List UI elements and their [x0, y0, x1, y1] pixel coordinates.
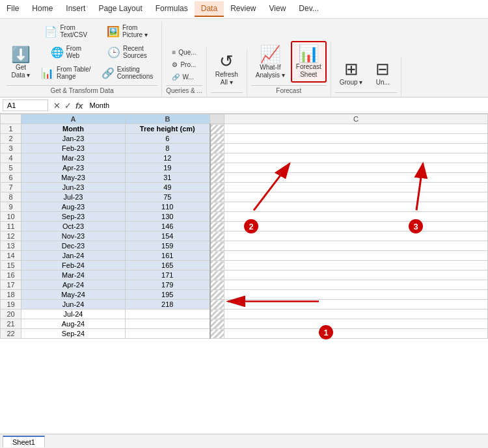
cell-c[interactable]	[224, 124, 488, 134]
existing-connections-button[interactable]: 🔗 ExistingConnections	[97, 63, 158, 83]
cell-a[interactable]: Feb-24	[21, 261, 126, 270]
cell-b[interactable]: Tree height (cm)	[126, 124, 210, 134]
cell-a[interactable]: May-23	[21, 173, 126, 183]
cell-c[interactable]	[224, 173, 488, 183]
cell-a[interactable]: Apr-24	[21, 280, 126, 290]
cell-b[interactable]: 146	[126, 222, 210, 231]
table-row[interactable]: 17Apr-24179	[1, 280, 488, 290]
from-web-button[interactable]: 🌐 FromWeb	[46, 42, 86, 62]
cell-c[interactable]	[224, 192, 488, 202]
cell-b[interactable]: 171	[126, 270, 210, 280]
table-row[interactable]: 6May-2331	[1, 173, 488, 183]
cell-a[interactable]: Jul-23	[21, 192, 126, 202]
table-row[interactable]: 1MonthTree height (cm)	[1, 124, 488, 134]
cell-c[interactable]	[224, 329, 488, 339]
cell-a[interactable]: Aug-24	[21, 319, 126, 329]
what-if-button[interactable]: 📈 What-IfAnalysis ▾	[251, 42, 290, 83]
cell-b[interactable]	[126, 319, 210, 329]
cell-c[interactable]	[224, 319, 488, 329]
cell-a[interactable]: Mar-24	[21, 270, 126, 280]
cell-b[interactable]: 218	[126, 300, 210, 310]
cell-a[interactable]: Jan-24	[21, 251, 126, 261]
cell-b[interactable]: 19	[126, 163, 210, 173]
cell-a[interactable]: Sep-23	[21, 212, 126, 222]
menu-file[interactable]: File	[0, 1, 25, 17]
cell-b[interactable]: 6	[126, 134, 210, 144]
cell-c[interactable]	[224, 153, 488, 163]
table-row[interactable]: 9Aug-23110	[1, 202, 488, 212]
cell-a[interactable]: Oct-23	[21, 222, 126, 231]
table-row[interactable]: 18May-24195	[1, 290, 488, 300]
table-row[interactable]: 21Aug-24	[1, 319, 488, 329]
col-header-a[interactable]: A	[21, 114, 126, 124]
cell-a[interactable]: Dec-23	[21, 241, 126, 251]
cell-b[interactable]: 75	[126, 192, 210, 202]
cell-b[interactable]: 179	[126, 280, 210, 290]
cell-a[interactable]: Month	[21, 124, 126, 134]
cell-a[interactable]: Jan-23	[21, 134, 126, 144]
table-row[interactable]: 15Feb-24165	[1, 261, 488, 270]
cell-a[interactable]: Nov-23	[21, 231, 126, 241]
cell-b[interactable]: 31	[126, 173, 210, 183]
cell-c[interactable]	[224, 163, 488, 173]
cell-c[interactable]	[224, 222, 488, 231]
from-text-csv-button[interactable]: 📄 FromText/CSV	[40, 21, 92, 41]
table-row[interactable]: 7Jun-2349	[1, 183, 488, 192]
cell-c[interactable]	[224, 212, 488, 222]
table-row[interactable]: 2Jan-236	[1, 134, 488, 144]
cell-b[interactable]: 8	[126, 144, 210, 153]
table-row[interactable]: 3Feb-238	[1, 144, 488, 153]
cell-c[interactable]	[224, 261, 488, 270]
cell-c[interactable]	[224, 134, 488, 144]
col-header-b[interactable]: B	[126, 114, 210, 124]
table-row[interactable]: 5Apr-2319	[1, 163, 488, 173]
table-row[interactable]: 13Dec-23159	[1, 241, 488, 251]
menu-insert[interactable]: Insert	[59, 1, 92, 17]
cell-a[interactable]: Sep-24	[21, 329, 126, 339]
queries-connections-button[interactable]: ≡ Que...	[169, 47, 199, 58]
recent-sources-button[interactable]: 🕒 RecentSources	[103, 42, 152, 62]
cell-b[interactable]: 49	[126, 183, 210, 192]
sheet-tab-sheet1[interactable]: Sheet1	[3, 436, 45, 447]
group-button[interactable]: ⊞ Group ▾	[335, 57, 368, 90]
cell-c[interactable]	[224, 231, 488, 241]
from-table-range-button[interactable]: 📊 From Table/Range	[36, 63, 96, 83]
cell-b[interactable]: 161	[126, 251, 210, 261]
cell-b[interactable]	[126, 310, 210, 319]
cell-c[interactable]	[224, 310, 488, 319]
properties-button[interactable]: ⚙ Pro...	[169, 59, 199, 70]
cell-c[interactable]	[224, 183, 488, 192]
menu-dev[interactable]: Dev...	[292, 1, 325, 17]
cell-b[interactable]: 130	[126, 212, 210, 222]
cell-c[interactable]	[224, 251, 488, 261]
cell-c[interactable]	[224, 144, 488, 153]
menu-view[interactable]: View	[263, 1, 293, 17]
forecast-sheet-button[interactable]: 📊 ForecastSheet	[291, 41, 327, 83]
cell-b[interactable]: 195	[126, 290, 210, 300]
table-row[interactable]: 16Mar-24171	[1, 270, 488, 280]
table-row[interactable]: 8Jul-2375	[1, 192, 488, 202]
cell-a[interactable]: Apr-23	[21, 163, 126, 173]
cell-a[interactable]: Mar-23	[21, 153, 126, 163]
menu-page-layout[interactable]: Page Layout	[92, 1, 148, 17]
cell-b[interactable]	[126, 329, 210, 339]
cell-c[interactable]	[224, 290, 488, 300]
cell-b[interactable]: 154	[126, 231, 210, 241]
col-header-c[interactable]: C	[224, 114, 488, 124]
cell-a[interactable]: Jul-24	[21, 310, 126, 319]
cell-a[interactable]: May-24	[21, 290, 126, 300]
refresh-all-button[interactable]: ↺ RefreshAll ▾	[211, 49, 243, 90]
table-row[interactable]: 14Jan-24161	[1, 251, 488, 261]
cell-c[interactable]	[224, 280, 488, 290]
cell-b[interactable]: 159	[126, 241, 210, 251]
cell-a[interactable]: Jun-23	[21, 183, 126, 192]
cell-c[interactable]	[224, 202, 488, 212]
cell-a[interactable]: Feb-23	[21, 144, 126, 153]
from-picture-button[interactable]: 🖼️ FromPicture ▾	[102, 21, 152, 41]
table-row[interactable]: 22Sep-24	[1, 329, 488, 339]
table-row[interactable]: 19Jun-24218	[1, 300, 488, 310]
edit-links-button[interactable]: 🔗 W...	[169, 72, 197, 83]
ungroup-button[interactable]: ⊟ Un...	[368, 57, 397, 90]
menu-review[interactable]: Review	[224, 1, 262, 17]
cell-c[interactable]	[224, 270, 488, 280]
